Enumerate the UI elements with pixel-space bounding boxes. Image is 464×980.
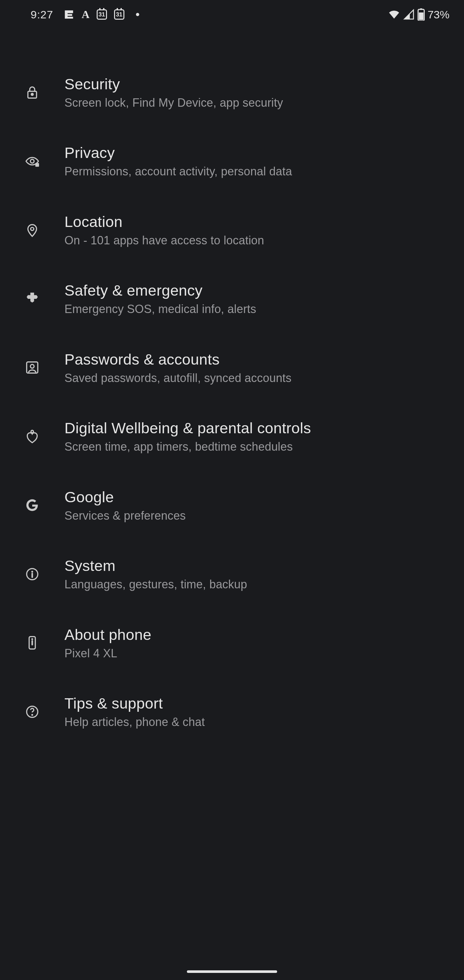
setting-title: Safety & emergency	[64, 282, 256, 299]
settings-list: Security Screen lock, Find My Device, ap…	[0, 29, 464, 746]
setting-subtitle: On - 101 apps have access to location	[64, 234, 264, 247]
google-icon	[22, 495, 42, 515]
setting-subtitle: Screen lock, Find My Device, app securit…	[64, 96, 283, 109]
setting-location[interactable]: Location On - 101 apps have access to lo…	[0, 196, 464, 264]
setting-tips-support[interactable]: Tips & support Help articles, phone & ch…	[0, 677, 464, 746]
svg-point-4	[31, 93, 33, 95]
setting-subtitle: Saved passwords, autofill, synced accoun…	[64, 371, 292, 385]
setting-subtitle: Services & preferences	[64, 509, 186, 522]
cell-signal-icon	[403, 9, 415, 20]
setting-safety-emergency[interactable]: Safety & emergency Emergency SOS, medica…	[0, 264, 464, 333]
setting-title: Digital Wellbeing & parental controls	[64, 419, 311, 437]
setting-title: About phone	[64, 626, 151, 643]
calendar-icon-1: 31	[97, 10, 107, 20]
setting-title: Privacy	[64, 144, 292, 162]
setting-privacy[interactable]: Privacy Permissions, account activity, p…	[0, 127, 464, 196]
setting-title: Location	[64, 213, 264, 231]
status-right: 73%	[388, 8, 450, 21]
medical-icon	[22, 289, 42, 309]
svg-point-9	[30, 364, 34, 369]
battery-icon	[417, 8, 425, 21]
calendar-icon-2: 31	[114, 10, 124, 20]
account-icon	[22, 358, 42, 377]
wellbeing-icon	[22, 427, 42, 446]
gesture-nav-bar[interactable]	[187, 970, 277, 973]
phone-icon	[22, 633, 42, 652]
setting-title: Passwords & accounts	[64, 351, 292, 368]
status-left: 9:27 A 31 31	[30, 8, 139, 21]
setting-about-phone[interactable]: About phone Pixel 4 XL	[0, 609, 464, 677]
setting-system[interactable]: System Languages, gestures, time, backup	[0, 539, 464, 608]
font-a-icon: A	[81, 8, 90, 21]
setting-google[interactable]: Google Services & preferences	[0, 471, 464, 539]
notification-dot-icon	[136, 13, 139, 16]
location-icon	[22, 221, 42, 240]
app-e-icon	[64, 9, 75, 20]
svg-rect-1	[420, 8, 422, 10]
setting-digital-wellbeing[interactable]: Digital Wellbeing & parental controls Sc…	[0, 402, 464, 471]
setting-subtitle: Screen time, app timers, bedtime schedul…	[64, 440, 311, 453]
privacy-icon	[22, 151, 42, 171]
battery-percent: 73%	[427, 8, 450, 21]
setting-subtitle: Pixel 4 XL	[64, 647, 151, 660]
wifi-icon	[388, 9, 400, 20]
setting-subtitle: Permissions, account activity, personal …	[64, 165, 292, 178]
svg-rect-8	[27, 362, 38, 373]
svg-point-7	[30, 227, 34, 231]
setting-title: System	[64, 557, 247, 574]
svg-point-5	[30, 159, 34, 163]
setting-subtitle: Help articles, phone & chat	[64, 715, 205, 729]
setting-security[interactable]: Security Screen lock, Find My Device, ap…	[0, 58, 464, 127]
setting-subtitle: Languages, gestures, time, backup	[64, 578, 247, 591]
setting-passwords-accounts[interactable]: Passwords & accounts Saved passwords, au…	[0, 333, 464, 402]
status-bar: 9:27 A 31 31 73%	[0, 0, 464, 29]
lock-icon	[22, 83, 42, 102]
svg-rect-6	[35, 163, 39, 167]
svg-rect-2	[419, 13, 423, 20]
help-icon	[22, 702, 42, 721]
setting-title: Google	[64, 488, 186, 506]
setting-subtitle: Emergency SOS, medical info, alerts	[64, 302, 256, 316]
info-icon	[22, 565, 42, 584]
setting-title: Tips & support	[64, 695, 205, 712]
setting-title: Security	[64, 75, 283, 93]
status-clock: 9:27	[30, 8, 53, 21]
